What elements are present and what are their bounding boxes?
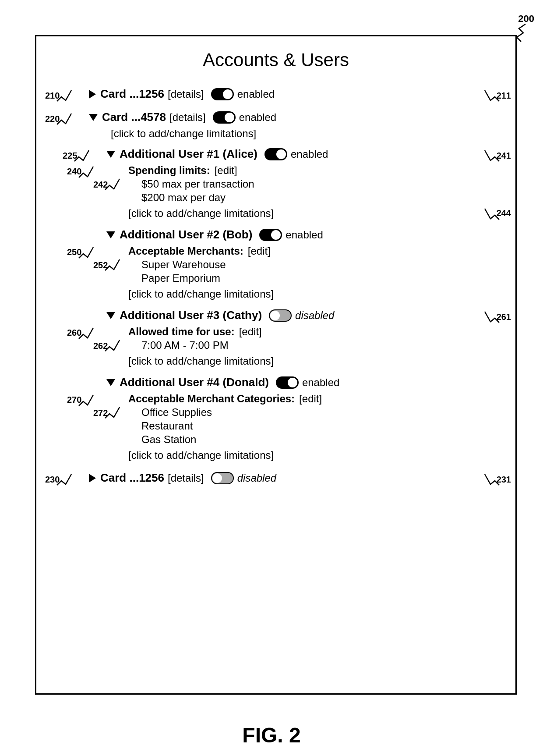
card2-details-link[interactable]: [details] [169, 111, 206, 124]
donald-click-link-row: [click to add/change limitations] [106, 449, 489, 461]
card1-toggle-track[interactable] [211, 88, 234, 100]
donald-category-2: Restaurant [141, 420, 489, 432]
card2-toggle-track[interactable] [213, 111, 236, 124]
cathy-toggle-thumb [270, 311, 280, 320]
card1-label: Card ...1256 [100, 87, 164, 101]
alice-toggle-track[interactable] [264, 148, 287, 160]
alice-limit-1: $50 max per transaction [141, 178, 489, 190]
zigzag-270 [77, 393, 99, 408]
bob-label: Additional User #2 (Bob) [120, 228, 252, 241]
donald-expand-icon[interactable] [106, 379, 115, 386]
diagram-box: Accounts & Users 210 211 Card ...1256 [d… [35, 35, 517, 695]
card3-toggle-label: disabled [237, 472, 276, 484]
zigzag-210 [55, 88, 77, 103]
cathy-time-value: 7:00 AM - 7:00 PM [141, 339, 489, 351]
cathy-toggle[interactable]: disabled [269, 309, 334, 322]
bob-merchant-2: Paper Emporium [141, 272, 489, 284]
card1-toggle[interactable]: enabled [211, 88, 275, 100]
card3-toggle[interactable]: disabled [211, 472, 276, 484]
cathy-click-link[interactable]: [click to add/change limitations] [128, 355, 274, 367]
zigzag-260 [77, 326, 99, 341]
donald-categories-label: Acceptable Merchant Categories: [128, 393, 295, 405]
donald-toggle[interactable]: enabled [276, 376, 339, 389]
cathy-time-header: Allowed time for use: [edit] [128, 326, 489, 338]
alice-limits-list: $50 max per transaction $200 max per day [128, 178, 489, 204]
outer-container: 200 Accounts & Users 210 211 [0, 9, 543, 756]
alice-label: Additional User #1 (Alice) [120, 147, 257, 161]
donald-toggle-label: enabled [302, 376, 339, 389]
donald-categories-list: Office Supplies Restaurant Gas Station [128, 406, 489, 446]
cathy-row: Additional User #3 (Cathy) disabled [106, 309, 489, 322]
alice-limit-2: $200 max per day [141, 192, 489, 204]
donald-toggle-thumb [288, 378, 297, 387]
card3-toggle-track[interactable] [211, 472, 234, 484]
card3-toggle-thumb [212, 473, 222, 483]
alice-expand-icon[interactable] [106, 151, 115, 158]
cathy-toggle-track[interactable] [269, 309, 292, 322]
donald-label: Additional User #4 (Donald) [120, 376, 269, 389]
bob-section: Additional User #2 (Bob) enabled 250 [89, 228, 489, 300]
ref-200: 200 [518, 13, 534, 25]
alice-spending-header: Spending limits: [edit] [128, 164, 489, 177]
bob-click-link[interactable]: [click to add/change limitations] [128, 288, 274, 300]
cathy-label: Additional User #3 (Cathy) [120, 309, 262, 322]
card3-expand-icon[interactable] [89, 474, 96, 483]
donald-toggle-track[interactable] [276, 376, 299, 389]
alice-toggle-label: enabled [291, 148, 328, 160]
card2-row: Card ...4578 [details] enabled [89, 110, 489, 124]
donald-categories-header: Acceptable Merchant Categories: [edit] [128, 393, 489, 405]
donald-category-3: Gas Station [141, 433, 489, 446]
bob-merchants-label: Acceptable Merchants: [128, 245, 243, 257]
alice-row: Additional User #1 (Alice) enabled [106, 147, 489, 161]
zigzag-262 [103, 338, 125, 353]
card2-expand-icon[interactable] [89, 114, 98, 121]
card1-expand-icon[interactable] [89, 90, 96, 99]
card1-toggle-label: enabled [237, 88, 275, 100]
donald-section: Additional User #4 (Donald) enabled 270 [89, 376, 489, 461]
bob-toggle[interactable]: enabled [259, 229, 323, 241]
card3-row: Card ...1256 [details] disabled [89, 471, 489, 485]
bob-merchant-1: Super Warehouse [141, 259, 489, 271]
bob-merchants-section: 250 252 Acceptable Merchants: [edit] [106, 245, 489, 284]
alice-click-link-row: 244 [click to add/change limitations] [106, 207, 489, 220]
bob-click-link-row: [click to add/change limitations] [106, 288, 489, 300]
zigzag-225 [72, 148, 94, 163]
card1-details-link[interactable]: [details] [168, 88, 204, 100]
donald-categories-section: 270 272 Acceptable Merchant Categories: … [106, 393, 489, 446]
zigzag-272 [103, 405, 125, 420]
card2-toggle[interactable]: enabled [213, 111, 276, 124]
card2-toggle-label: enabled [239, 111, 276, 124]
zigzag-220 [55, 111, 77, 127]
cathy-click-link-row: [click to add/change limitations] [106, 355, 489, 367]
alice-section: 225 241 Additional User #1 (Alice) [89, 147, 489, 220]
zigzag-244 [480, 206, 501, 222]
card3-details-link[interactable]: [details] [168, 472, 204, 484]
alice-toggle[interactable]: enabled [264, 148, 328, 160]
alice-spending-label: Spending limits: [128, 164, 210, 177]
alice-edit-link[interactable]: [edit] [215, 164, 237, 177]
cathy-edit-link[interactable]: [edit] [239, 326, 262, 338]
zigzag-252 [103, 257, 125, 273]
bob-toggle-track[interactable] [259, 229, 282, 241]
donald-click-link[interactable]: [click to add/change limitations] [128, 449, 274, 461]
page-title: Accounts & Users [36, 36, 515, 79]
card2-click-link[interactable]: [click to add/change limitations] [111, 128, 256, 139]
bob-expand-icon[interactable] [106, 231, 115, 238]
zigzag-250 [77, 245, 99, 260]
cathy-section: 261 Additional User #3 (Cathy) disabled [89, 309, 489, 367]
card1-row: Card ...1256 [details] enabled [89, 87, 489, 101]
bob-toggle-label: enabled [286, 229, 323, 241]
card2-label: Card ...4578 [102, 110, 166, 124]
card1-section: 210 211 Card ...1256 [details] [89, 87, 489, 101]
cathy-toggle-label: disabled [295, 309, 334, 322]
bob-edit-link[interactable]: [edit] [248, 245, 271, 257]
alice-click-link[interactable]: [click to add/change limitations] [128, 207, 274, 219]
donald-row: Additional User #4 (Donald) enabled [106, 376, 489, 389]
cathy-time-value-row: 7:00 AM - 7:00 PM [128, 339, 489, 351]
cathy-expand-icon[interactable] [106, 312, 115, 319]
card1-toggle-thumb [223, 89, 233, 99]
donald-edit-link[interactable]: [edit] [299, 393, 322, 405]
bob-merchants-header: Acceptable Merchants: [edit] [128, 245, 489, 257]
cathy-time-label: Allowed time for use: [128, 326, 235, 338]
card2-toggle-thumb [225, 113, 234, 122]
